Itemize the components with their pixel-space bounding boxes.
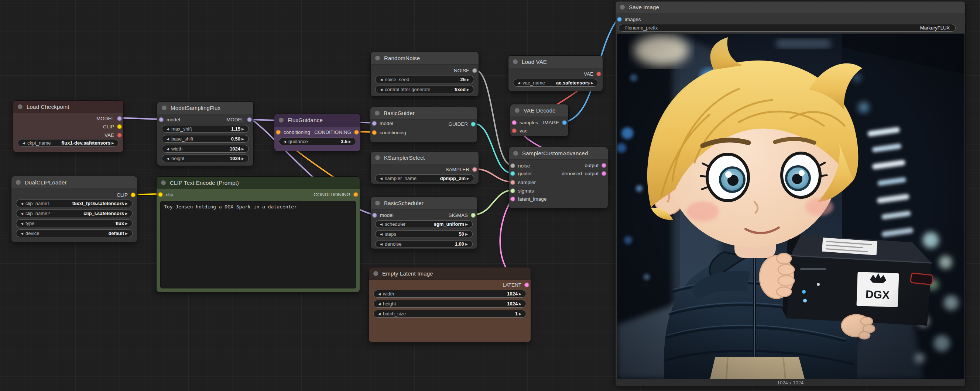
port-dot-model-icon[interactable] [159, 117, 164, 122]
node-header[interactable]: SamplerCustomAdvanced [509, 147, 608, 160]
stepper-right-icon[interactable]: ▶ [464, 222, 469, 226]
widget-width[interactable]: ◀width1024▶ [373, 290, 526, 298]
output-model[interactable]: MODEL [226, 116, 252, 123]
widget-width[interactable]: ◀width1024▶ [162, 145, 249, 153]
port-dot-model-icon[interactable] [372, 121, 377, 126]
output-conditioning[interactable]: CONDITIONING [314, 128, 359, 136]
node-save-image[interactable]: Save Image images filename_prefix Markur… [615, 1, 966, 386]
widget-height[interactable]: ◀height1024▶ [162, 155, 249, 162]
widget-control-after-generate[interactable]: ◀control after generatefixed▶ [375, 85, 474, 93]
input-conditioning[interactable]: conditioning [276, 128, 310, 136]
output-guider[interactable]: GUIDER [448, 120, 476, 128]
widget-noise-seed[interactable]: ◀noise_seed25▶ [375, 76, 474, 83]
input-sigmas[interactable]: sigmas [510, 187, 534, 195]
node-header[interactable]: Empty Latent Image [369, 268, 531, 280]
stepper-left-icon[interactable]: ◀ [165, 137, 170, 141]
stepper-left-icon[interactable]: ◀ [19, 232, 24, 235]
port-dot-latent-icon[interactable] [510, 196, 515, 201]
node-header[interactable]: CLIP Text Encode (Prompt) [157, 177, 360, 189]
port-dot-model-icon[interactable] [247, 117, 252, 122]
collapse-dot-icon[interactable] [162, 106, 167, 110]
stepper-right-icon[interactable]: ▶ [124, 222, 129, 225]
port-dot-vae-icon[interactable] [597, 71, 601, 76]
widget-device[interactable]: ◀devicedefault▶ [16, 230, 132, 237]
port-dot-clip-icon[interactable] [117, 124, 122, 129]
stepper-left-icon[interactable]: ◀ [19, 202, 24, 206]
widget-scheduler[interactable]: ◀schedulersgm_uniform▶ [375, 220, 473, 228]
widget-filename-prefix[interactable]: filename_prefix MarkuryFLUX [619, 24, 956, 32]
node-load-vae[interactable]: Load VAE VAE ◀vae_nameae.safetensors▶ [508, 55, 603, 92]
widget-batch-size[interactable]: ◀batch_size1▶ [373, 310, 526, 318]
stepper-left-icon[interactable]: ◀ [19, 212, 24, 215]
port-dot-noise-icon[interactable] [472, 68, 477, 73]
node-basic-scheduler[interactable]: BasicScheduler model SIGMAS ◀schedulersg… [371, 196, 477, 249]
input-vae[interactable]: vae [512, 127, 528, 134]
node-header[interactable]: Load VAE [509, 56, 603, 68]
output-denoised-output[interactable]: denoised_output [562, 170, 606, 177]
node-vae-decode[interactable]: VAE Decode samples vae IMAGE [510, 104, 569, 136]
node-header[interactable]: KSamplerSelect [371, 152, 479, 164]
output-image[interactable]: IMAGE [543, 119, 567, 126]
node-dual-clip-loader[interactable]: DualCLIPLoader CLIP ◀clip_name1t5xxl_fp1… [11, 176, 137, 242]
stepper-left-icon[interactable]: ◀ [19, 222, 24, 225]
output-clip[interactable]: CLIP [117, 191, 135, 198]
node-header[interactable]: RandomNoise [371, 52, 479, 65]
output-output[interactable]: output [584, 161, 606, 169]
node-clip-text-encode[interactable]: CLIP Text Encode (Prompt) clip CONDITION… [156, 176, 360, 293]
stepper-left-icon[interactable]: ◀ [165, 157, 170, 160]
collapse-dot-icon[interactable] [513, 59, 518, 64]
stepper-right-icon[interactable]: ▶ [124, 202, 129, 206]
port-dot-vae-icon[interactable] [117, 133, 122, 138]
port-dot-conditioning-icon[interactable] [354, 130, 359, 135]
node-sampler-custom-advanced[interactable]: SamplerCustomAdvanced noise guider sampl… [509, 147, 608, 208]
port-dot-model-icon[interactable] [117, 116, 122, 121]
output-conditioning[interactable]: CONDITIONING [313, 191, 358, 198]
widget-guidance[interactable]: ◀guidance3.5▶ [279, 138, 356, 145]
stepper-right-icon[interactable]: ▶ [518, 312, 522, 316]
output-sigmas[interactable]: SIGMAS [448, 211, 476, 219]
stepper-right-icon[interactable]: ▶ [466, 88, 471, 92]
input-guider[interactable]: guider [510, 170, 532, 177]
stepper-right-icon[interactable]: ▶ [240, 137, 245, 141]
collapse-dot-icon[interactable] [161, 180, 166, 185]
collapse-dot-icon[interactable] [375, 111, 380, 116]
node-basic-guider[interactable]: BasicGuider model conditioning GUIDER [370, 107, 477, 143]
node-header[interactable]: Save Image [616, 2, 965, 13]
input-latent-image[interactable]: latent_image [510, 195, 547, 203]
input-clip[interactable]: clip [158, 191, 173, 198]
node-header[interactable]: DualCLIPLoader [11, 176, 137, 189]
widget-sampler-name[interactable]: ◀sampler_namedpmpp_2m▶ [375, 174, 474, 182]
stepper-right-icon[interactable]: ▶ [124, 232, 129, 235]
input-samples[interactable]: samples [512, 119, 538, 126]
node-header[interactable]: VAE Decode [510, 104, 568, 117]
stepper-left-icon[interactable]: ◀ [379, 242, 383, 246]
stepper-right-icon[interactable]: ▶ [590, 81, 595, 85]
port-dot-guider-icon[interactable] [471, 122, 476, 127]
node-flux-guidance[interactable]: FluxGuidance conditioning CONDITIONING ◀… [274, 114, 361, 151]
port-dot-noise-icon[interactable] [510, 163, 515, 168]
output-latent[interactable]: LATENT [503, 281, 529, 288]
port-dot-latent-icon[interactable] [524, 283, 529, 287]
stepper-right-icon[interactable]: ▶ [240, 157, 245, 160]
port-dot-output-icon[interactable] [601, 163, 606, 168]
stepper-right-icon[interactable]: ▶ [464, 233, 469, 236]
port-dot-image-icon[interactable] [617, 17, 622, 22]
output-noise[interactable]: NOISE [454, 67, 477, 74]
port-dot-sampler-icon[interactable] [472, 167, 477, 172]
collapse-dot-icon[interactable] [375, 155, 380, 160]
input-noise[interactable]: noise [510, 162, 530, 169]
input-model[interactable]: model [372, 120, 393, 127]
output-vae[interactable]: VAE [584, 70, 601, 78]
collapse-dot-icon[interactable] [620, 5, 625, 9]
stepper-left-icon[interactable]: ◀ [377, 292, 382, 296]
port-dot-conditioning-icon[interactable] [372, 130, 377, 135]
port-dot-sigmas-icon[interactable] [471, 213, 476, 218]
port-dot-clip-icon[interactable] [131, 193, 135, 197]
collapse-dot-icon[interactable] [375, 56, 380, 60]
collapse-dot-icon[interactable] [515, 108, 520, 113]
collapse-dot-icon[interactable] [375, 201, 380, 206]
node-header[interactable]: BasicGuider [371, 107, 477, 120]
port-dot-samples-icon[interactable] [512, 120, 517, 125]
port-dot-image-icon[interactable] [562, 120, 567, 125]
stepper-right-icon[interactable]: ▶ [466, 78, 471, 82]
